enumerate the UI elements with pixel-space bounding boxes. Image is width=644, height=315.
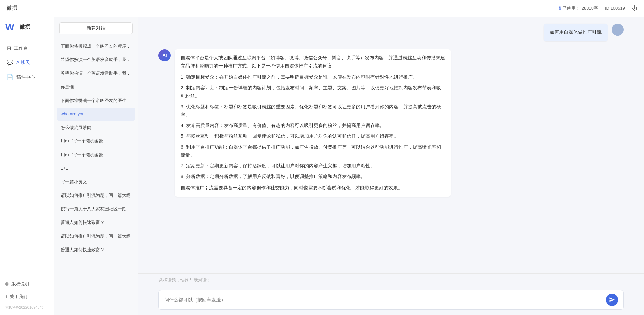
ai-avatar: AI — [158, 49, 171, 61]
user-message-content: 如何用自媒体做推广引流 — [544, 24, 608, 41]
new-chat-button[interactable]: 新建对话 — [59, 22, 133, 34]
chat-list-item[interactable]: 请以如何推广引流为题，写一篇大纲 — [57, 189, 135, 202]
ai-para-0: 自媒体平台是个人或团队通过互联网平台（如博客、微博、微信公众号、抖音、快手等）发… — [181, 54, 445, 70]
nav-footer: © 版权说明 ℹ 关于我们 京ICP备2022016948号 — [0, 274, 54, 315]
ai-para-1: 1. 确定目标受众：在开始自媒体推广引流之前，需要明确目标受众是谁，以便在发布内… — [181, 73, 445, 81]
ai-message-row: AI 自媒体平台是个人或团队通过互联网平台（如博客、微博、微信公众号、抖音、快手… — [158, 49, 624, 197]
ai-para-3: 3. 优化标题和标签：标题和标签是吸引粉丝的重要因素。优化标题和标签可以让更多的… — [181, 103, 445, 119]
svg-text:W: W — [5, 22, 14, 32]
ai-para-2: 2. 制定内容计划：制定一份详细的内容计划，包括发布时间、频率、主题、文案、图片… — [181, 84, 445, 100]
usage-value: 28318字 — [582, 5, 598, 11]
main-layout: W 微撰 ⊞ 工作台 💬 AI聊天 📄 稿件中心 © 版权说明 — [0, 17, 644, 315]
logo-area: W 微撰 — [0, 17, 54, 37]
left-nav: W 微撰 ⊞ 工作台 💬 AI聊天 📄 稿件中心 © 版权说明 — [0, 17, 54, 315]
nav-label-components: 稿件中心 — [16, 74, 35, 80]
user-message-text: 如何用自媒体做推广引流 — [550, 29, 602, 35]
copyright-label: 版权说明 — [11, 281, 29, 287]
logo-icon: W — [5, 22, 18, 32]
ai-para-5: 5. 与粉丝互动：积极与粉丝互动，回复评论和私信，可以增加用户对你的认可和信任，… — [181, 132, 445, 140]
chat-list-item[interactable]: 下面你将扮演一个名叫圣友的医生 — [57, 94, 135, 107]
chat-input[interactable] — [164, 296, 603, 304]
chat-list-item[interactable]: 请以如何推广引流为题，写一篇大纲 — [57, 230, 135, 243]
about-icon: ℹ — [5, 294, 7, 299]
ai-para-9: 自媒体推广引流需要具备一定的内容创作和社交能力，同时也需要不断尝试和优化，才能取… — [181, 184, 445, 192]
top-header: 微撰 ℹ 已使用： 28318字 ID:100519 ⏻ — [0, 0, 644, 17]
header-right: ℹ 已使用： 28318字 ID:100519 ⏻ — [559, 5, 637, 11]
chat-list-item[interactable]: 撰写一篇关于八大家花园社区一刻钟便民生... — [57, 203, 135, 215]
footer-about[interactable]: ℹ 关于我们 — [0, 290, 54, 303]
send-icon — [609, 297, 615, 303]
ai-para-8: 8. 分析数据：定期分析数据，了解用户反馈和喜好，以便调整推广策略和内容发布频率… — [181, 173, 445, 181]
nav-label-workspace: 工作台 — [14, 45, 28, 51]
chat-list-item[interactable]: 普通人如何快速致富？ — [57, 216, 135, 229]
usage-label: 已使用： — [562, 5, 580, 11]
nav-item-workspace[interactable]: ⊞ 工作台 — [0, 41, 54, 55]
logo-text: 微撰 — [20, 24, 30, 31]
chat-list-item[interactable]: 希望你扮演一个英语发音助手，我提供给你... — [57, 53, 135, 66]
chat-list-item-active[interactable]: who are you — [57, 108, 135, 121]
chat-sidebar: 新建对话 下面你将模拟成一个叫圣友的程序员，我说... 希望你扮演一个英语发音助… — [54, 17, 138, 315]
ai-para-6: 6. 利用平台推广功能：自媒体平台都提供了推广功能，如广告投放、付费推广等，可以… — [181, 143, 445, 159]
input-box — [158, 290, 624, 310]
ai-para-4: 4. 发布高质量内容：发布高质量、有价值、有趣的内容可以吸引更多的粉丝，并提高用… — [181, 122, 445, 130]
ai-message-content: 自媒体平台是个人或团队通过互联网平台（如博客、微博、微信公众号、抖音、快手等）发… — [175, 49, 451, 197]
ai-avatar-label: AI — [163, 53, 167, 58]
chat-list-item[interactable]: 你是谁 — [57, 81, 135, 94]
ai-para-7: 7. 定期更新：定期更新内容，保持活跃度，可以让用户对你的内容产生兴趣，增加用户… — [181, 162, 445, 170]
chat-list-item[interactable]: 写一篇小黄文 — [57, 176, 135, 188]
chat-list-item[interactable]: 怎么做狗屎炒肉 — [57, 121, 135, 134]
user-avatar — [612, 24, 624, 36]
chat-list-item[interactable]: 1+1= — [57, 162, 135, 175]
chat-list-item[interactable]: 普通人如何快速致富？ — [57, 243, 135, 256]
user-avatar-image — [612, 24, 624, 36]
nav-item-ai-chat[interactable]: 💬 AI聊天 — [0, 55, 54, 70]
workspace-icon: ⊞ — [7, 45, 11, 51]
chat-list: 下面你将模拟成一个叫圣友的程序员，我说... 希望你扮演一个英语发音助手，我提供… — [54, 40, 138, 315]
input-area — [138, 287, 644, 315]
copyright-icon: © — [5, 282, 9, 287]
chat-list-item[interactable]: 用c++写一个随机函数 — [57, 149, 135, 161]
quick-topics-label: 选择话题，快速与我对话： — [158, 278, 211, 283]
components-icon: 📄 — [7, 74, 13, 80]
svg-point-2 — [613, 32, 622, 36]
chat-list-item[interactable]: 下面你将模拟成一个叫圣友的程序员，我说... — [57, 40, 135, 53]
footer-copyright[interactable]: © 版权说明 — [0, 278, 54, 290]
power-icon[interactable]: ⏻ — [632, 5, 637, 11]
nav-item-components[interactable]: 📄 稿件中心 — [0, 70, 54, 84]
about-label: 关于我们 — [10, 294, 27, 300]
id-info: ID:100519 — [605, 6, 625, 11]
chat-list-item[interactable]: 用c++写一个随机函数 — [57, 135, 135, 148]
send-button[interactable] — [606, 294, 618, 306]
usage-info: ℹ 已使用： 28318字 — [559, 5, 598, 11]
header-title: 微撰 — [7, 5, 559, 12]
chat-main: 如何用自媒体做推广引流 AI 自媒体平台是个人或团队通过互联网平台（如博客、微博… — [138, 17, 644, 315]
quick-topics: 选择话题，快速与我对话： — [138, 273, 644, 287]
chat-list-item[interactable]: 希望你扮演一个英语发音助手，我提供给你... — [57, 67, 135, 80]
nav-label-ai-chat: AI聊天 — [16, 60, 30, 66]
ai-chat-icon: 💬 — [7, 59, 13, 66]
icp-text: 京ICP备2022016948号 — [0, 303, 54, 312]
nav-items: ⊞ 工作台 💬 AI聊天 📄 稿件中心 — [0, 37, 54, 274]
info-icon: ℹ — [559, 6, 561, 11]
chat-messages: 如何用自媒体做推广引流 AI 自媒体平台是个人或团队通过互联网平台（如博客、微博… — [138, 17, 644, 273]
svg-point-1 — [615, 26, 620, 31]
user-message-row: 如何用自媒体做推广引流 — [158, 24, 624, 41]
